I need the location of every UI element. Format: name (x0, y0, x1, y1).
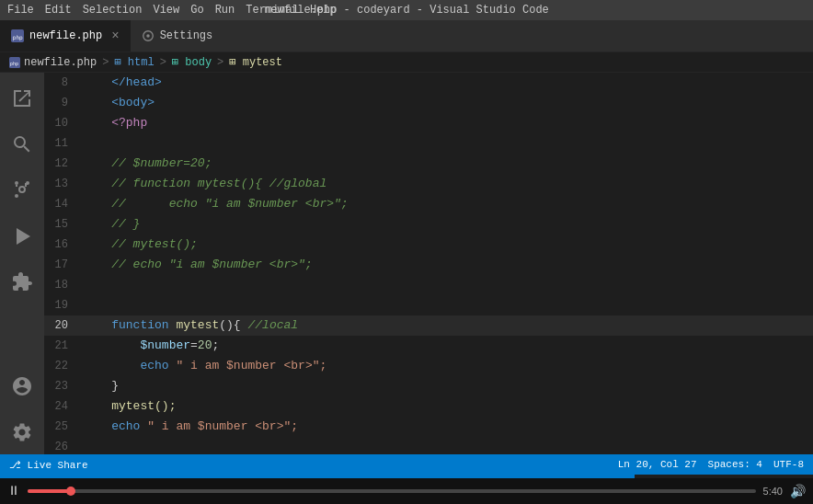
code-line-25: 25 echo " i am $number <br>"; (44, 417, 813, 437)
title-bar: File Edit Selection View Go Run Terminal… (0, 0, 813, 20)
tab-newfile[interactable]: php newfile.php × (0, 19, 131, 52)
tab-newfile-label: newfile.php (29, 29, 102, 42)
code-line-23: 23 } (44, 376, 813, 396)
breadcrumb: php newfile.php > ⊞ html > ⊞ body > ⊞ my… (0, 52, 813, 73)
activity-account[interactable] (0, 364, 44, 408)
line-number: 21 (44, 336, 83, 356)
line-number: 14 (44, 194, 83, 214)
indentation[interactable]: Spaces: 4 (708, 459, 762, 470)
line-number: 24 (44, 396, 83, 417)
line-content: // $number=20; (83, 154, 813, 174)
code-line-14: 14 // echo "i am $number <br>"; (44, 194, 813, 214)
menu-run[interactable]: Run (215, 4, 235, 17)
line-number: 23 (44, 376, 83, 396)
line-content: <body> (83, 93, 813, 113)
media-bar: ⏸ 5:40 🔊 (0, 478, 813, 504)
media-progress-fill (28, 489, 71, 493)
line-content: echo " i am $number <br>"; (83, 356, 813, 376)
line-number: 18 (44, 275, 83, 295)
line-number: 11 (44, 133, 83, 154)
status-left: ⎇ Live Share (9, 459, 88, 471)
menu-edit[interactable]: Edit (45, 4, 72, 17)
bc-html[interactable]: ⊞ html (114, 55, 154, 69)
bc-mytest[interactable]: ⊞ mytest (229, 55, 282, 69)
activity-bar (0, 73, 44, 454)
code-lines: 8 </head>9 <body>10 <?php11 12 // $numbe… (44, 73, 813, 454)
activity-manage[interactable] (0, 410, 44, 454)
editor-content[interactable]: 8 </head>9 <body>10 <?php11 12 // $numbe… (44, 73, 813, 454)
activity-run[interactable] (0, 214, 44, 258)
activity-source-control[interactable] (0, 168, 44, 212)
line-number: 13 (44, 174, 83, 194)
svg-point-3 (146, 34, 150, 38)
activity-search[interactable] (0, 122, 44, 166)
line-number: 17 (44, 255, 83, 275)
play-pause-button[interactable]: ⏸ (7, 484, 20, 498)
code-line-11: 11 (44, 133, 813, 154)
code-line-17: 17 // echo "i am $number <br>"; (44, 255, 813, 275)
line-content: echo " i am $number <br>"; (83, 417, 813, 437)
encoding[interactable]: UTF-8 (773, 459, 804, 470)
svg-text:php: php (10, 61, 18, 67)
php-file-icon: php (11, 29, 24, 42)
line-content: // } (83, 214, 813, 235)
line-content: $number=20; (83, 336, 813, 356)
menu-go[interactable]: Go (190, 4, 203, 17)
cursor-position[interactable]: Ln 20, Col 27 (618, 459, 697, 470)
line-number: 22 (44, 356, 83, 376)
code-line-12: 12 // $number=20; (44, 154, 813, 174)
line-number: 16 (44, 235, 83, 255)
live-share-status[interactable]: ⎇ Live Share (9, 459, 88, 471)
code-line-26: 26 (44, 437, 813, 454)
code-line-22: 22 echo " i am $number <br>"; (44, 356, 813, 376)
menu-bar[interactable]: File Edit Selection View Go Run Terminal… (7, 4, 337, 17)
line-content: } (83, 376, 813, 396)
activity-extensions[interactable] (0, 260, 44, 304)
code-line-8: 8 </head> (44, 73, 813, 93)
menu-view[interactable]: View (153, 4, 179, 17)
line-number: 19 (44, 295, 83, 315)
line-number: 10 (44, 113, 83, 133)
menu-terminal[interactable]: Terminal (246, 4, 299, 17)
line-content (83, 437, 813, 454)
line-number: 9 (44, 93, 83, 113)
code-line-20: 20 function mytest(){ //local (44, 315, 813, 336)
line-content: </head> (83, 73, 813, 93)
line-content: // function mytest(){ //global (83, 174, 813, 194)
code-line-16: 16 // mytest(); (44, 235, 813, 255)
media-progress-track[interactable] (28, 489, 756, 493)
line-content: // mytest(); (83, 235, 813, 255)
line-content: // echo "i am $number <br>"; (83, 194, 813, 214)
code-line-9: 9 <body> (44, 93, 813, 113)
file-icon-breadcrumb: php (9, 57, 20, 68)
status-right: Ln 20, Col 27 Spaces: 4 UTF-8 (618, 459, 804, 470)
media-progress-dot (66, 487, 75, 496)
code-area[interactable]: 8 </head>9 <body>10 <?php11 12 // $numbe… (44, 73, 813, 454)
line-number: 8 (44, 73, 83, 93)
line-content (83, 275, 813, 295)
line-content: mytest(); (83, 396, 813, 417)
code-line-18: 18 (44, 275, 813, 295)
line-content (83, 295, 813, 315)
status-bar: ⎇ Live Share Ln 20, Col 27 Spaces: 4 UTF… (0, 454, 813, 475)
tab-close-newfile[interactable]: × (111, 29, 119, 43)
line-number: 25 (44, 417, 83, 437)
code-line-10: 10 <?php (44, 113, 813, 133)
volume-icon[interactable]: 🔊 (790, 484, 806, 499)
code-line-19: 19 (44, 295, 813, 315)
bc-body[interactable]: ⊞ body (172, 55, 212, 69)
activity-explorer[interactable] (0, 76, 44, 120)
tab-bar: php newfile.php × Settings (0, 20, 813, 52)
menu-file[interactable]: File (7, 4, 34, 17)
menu-selection[interactable]: Selection (83, 4, 143, 17)
line-number: 12 (44, 154, 83, 174)
tab-settings[interactable]: Settings (131, 19, 224, 52)
menu-help[interactable]: Help (310, 4, 337, 17)
code-line-24: 24 mytest(); (44, 396, 813, 417)
line-number: 20 (44, 315, 83, 336)
line-number: 26 (44, 437, 83, 454)
bc-filename[interactable]: newfile.php (24, 56, 97, 69)
code-line-15: 15 // } (44, 214, 813, 235)
media-time: 5:40 (763, 486, 783, 497)
line-content: // echo "i am $number <br>"; (83, 255, 813, 275)
